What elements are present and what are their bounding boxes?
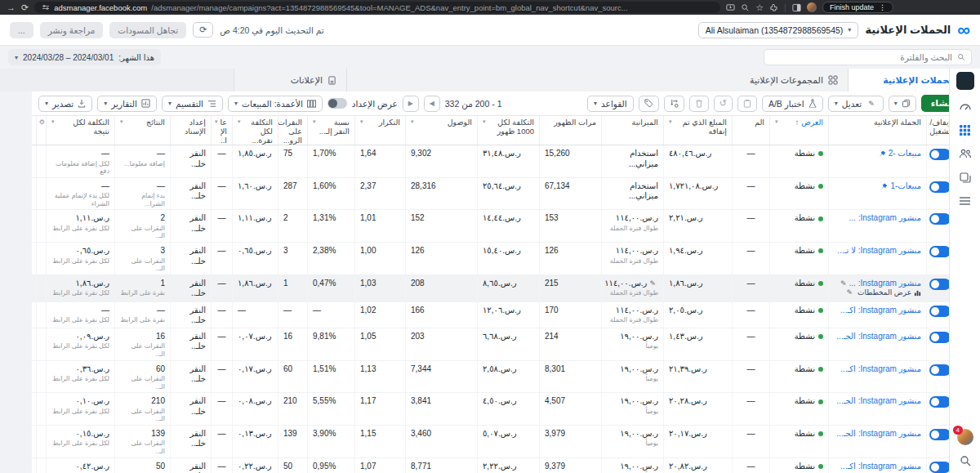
columns-button[interactable]: الأعمدة: المبيعات ▾ [228, 96, 323, 112]
column-header-cpc[interactable]: التكلفة لكل نقرة...▾ [232, 116, 278, 145]
view-charts-link[interactable]: عرض المخططات✎ [844, 288, 922, 297]
chevron-down-icon[interactable]: ▾ [120, 118, 123, 125]
chevron-down-icon[interactable]: ▾ [669, 118, 672, 125]
address-bar[interactable]: adsmanager.facebook.com/adsmanager/manag… [34, 2, 720, 13]
campaign-name-link[interactable]: منشور Instagram: لا تـ... [837, 246, 921, 255]
campaign-name-link[interactable]: مبيعات -2 [889, 149, 921, 158]
reports-button[interactable]: التقارير ▾ [97, 96, 157, 112]
column-header-results[interactable]: النتائج▾ [114, 116, 170, 145]
assets-layers-icon[interactable] [958, 170, 973, 185]
search-lens-icon[interactable] [741, 3, 750, 12]
campaign-on-toggle[interactable] [929, 213, 951, 225]
extensions-icon[interactable] [769, 3, 778, 12]
campaign-name-link[interactable]: منشور Instagram: ... [849, 213, 921, 222]
chevron-down-icon[interactable]: ▾ [775, 118, 778, 125]
campaign-on-toggle[interactable] [929, 462, 951, 473]
campaign-on-toggle[interactable] [929, 396, 951, 408]
chevron-down-icon[interactable]: ▾ [51, 118, 55, 125]
column-header-gear[interactable]: ⚙ [36, 116, 46, 145]
campaign-name-link[interactable]: منشور Instagram: اكـ... [840, 462, 921, 471]
column-header-cpm[interactable]: التكلفة لكل 1000 ظهور▾ [477, 116, 539, 145]
campaign-on-toggle[interactable] [929, 279, 951, 290]
business-tile-button[interactable] [956, 72, 974, 90]
campaign-on-toggle[interactable] [929, 181, 951, 193]
column-header-attribution[interactable]: إعداد الإسناد [170, 116, 211, 145]
edit-button[interactable]: ✎ تعديل ▾ [828, 96, 884, 112]
split-screen-icon[interactable] [792, 3, 801, 12]
tag-button[interactable] [639, 96, 659, 112]
column-header-bid[interactable]: الم [732, 116, 769, 145]
column-header-ctr[interactable]: نسبة النقر إلـ...▾ [307, 116, 354, 145]
column-settings-gear-icon[interactable]: ⚙ [39, 118, 45, 126]
column-header-budget[interactable]: الميزانية [601, 116, 663, 145]
install-icon[interactable] [726, 3, 735, 12]
updates-avatar[interactable]: 4 [957, 429, 973, 445]
campaign-on-toggle[interactable] [929, 306, 951, 317]
column-header-clicks[interactable]: النقرات على الرو...▾ [278, 116, 307, 145]
column-header-roas[interactable]: عا الإ ا..▾ [211, 116, 232, 145]
chevron-down-icon[interactable]: ▾ [360, 118, 363, 125]
review-publish-button[interactable]: مراجعة ونشر [40, 22, 104, 38]
next-page-button[interactable]: ▶ [403, 96, 419, 112]
campaign-name-link[interactable]: منشور Instagram: اكـ... [840, 306, 921, 315]
delete-button[interactable] [689, 96, 709, 112]
profile-avatar[interactable] [807, 2, 817, 12]
account-selector[interactable]: Ali Alsulaiman (1354872988569545) ▾ [698, 22, 859, 38]
refresh-button[interactable]: ⟳ [193, 22, 213, 38]
forward-icon[interactable]: → [7, 3, 16, 12]
export-button[interactable]: تصدير ▾ [38, 96, 92, 112]
chevron-down-icon[interactable]: ▾ [238, 118, 241, 125]
duplicate-button[interactable]: ▾ [889, 96, 916, 112]
more-button[interactable]: ... [10, 22, 33, 38]
meta-logo-icon[interactable]: ∞ [957, 21, 970, 39]
campaign-on-toggle[interactable] [929, 246, 951, 257]
bookmark-star-icon[interactable]: ☆ [755, 3, 764, 12]
clipboard-button[interactable] [737, 96, 757, 112]
edit-pencil-icon[interactable]: ✎ [847, 288, 853, 297]
discard-drafts-button[interactable]: تجاهل المسودات [109, 22, 186, 38]
column-header-freq[interactable]: التكرار▾ [354, 116, 405, 145]
search-input[interactable]: البحث والفلترة [764, 49, 972, 65]
column-header-impressions[interactable]: مرات الظهور [539, 116, 601, 145]
audiences-people-icon[interactable] [958, 146, 973, 161]
view-setup-toggle[interactable] [327, 98, 347, 109]
column-header-status[interactable]: العرض↑▾ [769, 116, 828, 145]
campaign-name-link[interactable]: منشور Instagram: اكـ... [840, 364, 921, 373]
campaign-on-toggle[interactable] [929, 364, 951, 376]
campaign-name-link[interactable]: منشور Instagram: الجـ... [836, 332, 921, 341]
breakdown-button[interactable]: التقسيم ▾ [162, 96, 223, 112]
pin-button[interactable] [664, 96, 684, 112]
undo-button[interactable]: ↺ [714, 96, 733, 112]
campaign-name-link[interactable]: مبيعات-1 [890, 181, 921, 190]
chevron-down-icon[interactable]: ▾ [215, 118, 218, 125]
column-header-cost[interactable]: التكلفة لكل نتيجة▾ [46, 116, 114, 145]
campaign-name-link[interactable]: منشور Instagram: ... [849, 279, 921, 288]
finish-update-button[interactable]: Finish update⋮ [822, 2, 893, 13]
campaign-on-toggle[interactable] [929, 429, 951, 440]
rail-search-icon[interactable] [958, 453, 973, 468]
chevron-down-icon[interactable]: ▾ [313, 118, 316, 125]
campaign-name-link[interactable]: منشور Instagram: الجـ... [836, 396, 921, 405]
performance-gauge-icon[interactable] [958, 99, 973, 114]
reload-icon[interactable]: ⟳ [21, 3, 29, 12]
column-header-spent[interactable]: المبلغ الذي تم إنفاقه▾ [663, 116, 732, 145]
date-range-picker[interactable]: هذا الشهر: 2024/03/28 – 2024/03/01 ▾ [8, 49, 161, 65]
column-header-reach[interactable]: الوصول▾ [405, 116, 477, 145]
campaign-name-link[interactable]: منشور Instagram: الجـ... [836, 429, 921, 438]
browser-menu-icon[interactable]: ⋮ [879, 3, 886, 11]
rules-button[interactable]: القواعد ▾ [587, 96, 634, 112]
site-info-icon[interactable] [42, 3, 50, 11]
ab-test-button[interactable]: اختبار A/B [762, 96, 823, 112]
tab-ads[interactable]: الإعلانات [234, 69, 346, 91]
chevron-down-icon[interactable]: ▾ [411, 118, 414, 125]
tab-ad-sets[interactable]: المجموعات الإعلانية [346, 69, 848, 91]
chevron-down-icon[interactable]: ▾ [483, 118, 486, 125]
menu-lines-icon[interactable] [958, 194, 973, 208]
edit-pencil-icon[interactable]: ✎ [840, 279, 847, 288]
edit-pencil-icon[interactable]: ✎ [649, 279, 656, 288]
campaign-on-toggle[interactable] [929, 332, 951, 343]
campaigns-grid-icon[interactable] [958, 123, 973, 137]
prev-page-button[interactable]: ◀ [424, 96, 440, 112]
column-header-name[interactable]: الحملة الإعلانية [828, 116, 926, 145]
campaign-on-toggle[interactable] [929, 149, 951, 160]
